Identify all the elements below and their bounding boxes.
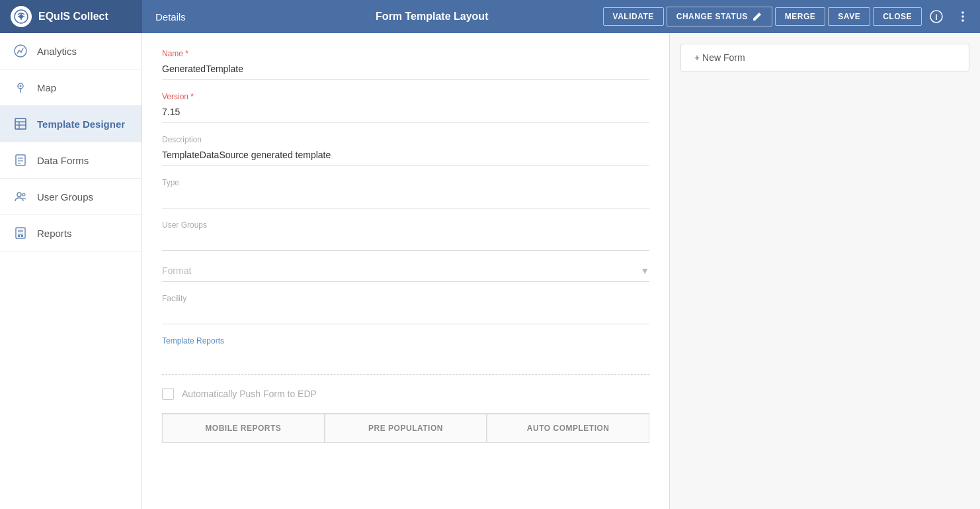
svg-text:i: i bbox=[935, 13, 937, 22]
content-area: Name * GeneratedTemplate Version * 7.15 … bbox=[142, 33, 980, 509]
header: EQuIS Collect Details Form Template Layo… bbox=[0, 0, 980, 33]
template-reports-label: Template Reports bbox=[162, 336, 649, 346]
svg-point-9 bbox=[20, 85, 22, 87]
new-form-button[interactable]: + New Form bbox=[680, 44, 969, 71]
header-section: Details bbox=[142, 11, 261, 23]
svg-point-5 bbox=[961, 15, 964, 18]
facility-label: Facility bbox=[162, 294, 649, 303]
pre-population-tab[interactable]: PRE POPULATION bbox=[325, 414, 487, 443]
close-button[interactable]: CLOSE bbox=[873, 7, 922, 26]
more-options-icon bbox=[956, 10, 969, 23]
bottom-tabs: MOBILE REPORTS PRE POPULATION AUTO COMPL… bbox=[162, 413, 649, 443]
brand-title: EQuIS Collect bbox=[38, 11, 108, 23]
validate-button[interactable]: VALIDATE bbox=[603, 7, 664, 26]
main-layout: Analytics Map Template Desi bbox=[0, 33, 980, 509]
sidebar-item-user-groups[interactable]: User Groups bbox=[0, 179, 142, 215]
type-label: Type bbox=[162, 178, 649, 187]
facility-value[interactable] bbox=[162, 306, 649, 324]
user-groups-icon bbox=[13, 189, 28, 204]
format-field-group: Format ▼ bbox=[162, 263, 649, 282]
user-groups-value[interactable] bbox=[162, 232, 649, 251]
svg-rect-24 bbox=[18, 235, 20, 237]
sidebar-item-map[interactable]: Map bbox=[0, 69, 142, 106]
change-status-button[interactable]: CHANGE STATUS bbox=[667, 7, 772, 26]
edit-icon bbox=[752, 11, 762, 22]
mobile-reports-tab[interactable]: MOBILE REPORTS bbox=[162, 414, 325, 443]
data-forms-icon bbox=[13, 153, 28, 167]
description-field-group: Description TemplateDataSource generated… bbox=[162, 135, 649, 166]
sidebar-item-analytics[interactable]: Analytics bbox=[0, 33, 142, 69]
svg-rect-20 bbox=[16, 228, 25, 238]
name-label: Name * bbox=[162, 49, 649, 58]
template-designer-icon bbox=[13, 116, 28, 131]
svg-point-18 bbox=[17, 193, 21, 197]
user-groups-label: User Groups bbox=[162, 220, 649, 230]
auto-push-checkbox[interactable] bbox=[162, 388, 174, 400]
template-reports-area[interactable] bbox=[162, 348, 649, 375]
save-button[interactable]: SAVE bbox=[828, 7, 870, 26]
type-value[interactable] bbox=[162, 190, 649, 208]
checkbox-row: Automatically Push Form to EDP bbox=[162, 388, 649, 400]
analytics-icon bbox=[13, 44, 28, 58]
version-label: Version * bbox=[162, 92, 649, 101]
version-field-group: Version * 7.15 bbox=[162, 92, 649, 123]
right-panel: + New Form bbox=[669, 33, 980, 509]
format-select[interactable]: Format ▼ bbox=[162, 263, 649, 282]
reports-icon bbox=[13, 226, 28, 240]
auto-completion-tab[interactable]: AUTO COMPLETION bbox=[487, 414, 649, 443]
info-icon: i bbox=[930, 10, 943, 23]
header-actions: VALIDATE CHANGE STATUS MERGE SAVE CLOSE … bbox=[603, 5, 980, 28]
svg-point-4 bbox=[961, 11, 964, 14]
merge-button[interactable]: MERGE bbox=[775, 7, 826, 26]
sidebar-item-template-designer[interactable]: Template Designer bbox=[0, 106, 142, 142]
svg-point-6 bbox=[961, 19, 964, 22]
version-value[interactable]: 7.15 bbox=[162, 104, 649, 123]
description-value[interactable]: TemplateDataSource generated template bbox=[162, 147, 649, 166]
name-field-group: Name * GeneratedTemplate bbox=[162, 49, 649, 80]
more-options-button[interactable] bbox=[951, 5, 975, 28]
auto-push-label: Automatically Push Form to EDP bbox=[182, 389, 317, 399]
sidebar-item-data-forms[interactable]: Data Forms bbox=[0, 142, 142, 179]
facility-field-group: Facility bbox=[162, 294, 649, 324]
svg-rect-10 bbox=[15, 118, 26, 129]
map-icon bbox=[13, 80, 28, 95]
header-title: Form Template Layout bbox=[261, 11, 603, 23]
template-reports-field-group: Template Reports bbox=[162, 336, 649, 375]
brand: EQuIS Collect bbox=[0, 0, 142, 33]
svg-rect-14 bbox=[16, 155, 25, 165]
sidebar-item-reports[interactable]: Reports bbox=[0, 215, 142, 252]
brand-icon bbox=[11, 6, 32, 27]
form-panel: Name * GeneratedTemplate Version * 7.15 … bbox=[142, 33, 669, 509]
name-value[interactable]: GeneratedTemplate bbox=[162, 61, 649, 80]
type-field-group: Type bbox=[162, 178, 649, 208]
chevron-down-icon: ▼ bbox=[640, 265, 649, 276]
user-groups-field-group: User Groups bbox=[162, 220, 649, 251]
sidebar: Analytics Map Template Desi bbox=[0, 33, 142, 509]
info-button[interactable]: i bbox=[924, 5, 948, 28]
svg-point-19 bbox=[22, 193, 25, 196]
description-label: Description bbox=[162, 135, 649, 144]
svg-point-1 bbox=[19, 15, 23, 19]
svg-rect-25 bbox=[21, 235, 23, 237]
